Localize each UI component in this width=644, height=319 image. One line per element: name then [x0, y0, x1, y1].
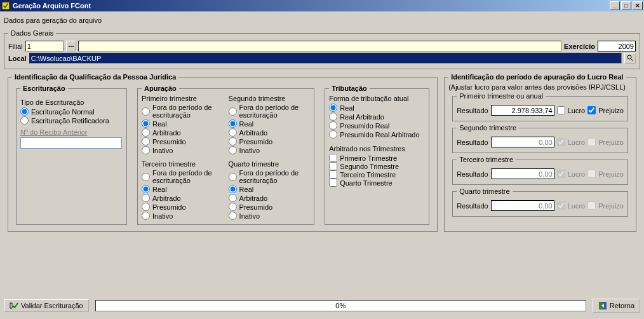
q3-lucro-check: Lucro [557, 170, 586, 178]
q4-opt-3[interactable]: Presumido [229, 203, 311, 211]
q1-opt-1[interactable]: Real [142, 119, 224, 128]
identificacao-group: Identificação da Qualificação da Pessoa … [8, 73, 438, 232]
q1-result-label: Resultado [457, 107, 488, 114]
trib-real-arb[interactable]: Real Arbitrado [329, 112, 425, 121]
escrituracao-normal-radio[interactable]: Escrituração Normal [20, 107, 123, 116]
apuracao-group: Apuração Primeiro trimestre Fora do perí… [137, 85, 314, 225]
escrituracao-retif-radio[interactable]: Escrituração Retificadora [20, 116, 123, 125]
ellipsis-icon [68, 43, 74, 49]
q2-opt-1[interactable]: Real [229, 119, 311, 128]
identificacao-legend: Identificação da Qualificação da Pessoa … [12, 73, 178, 81]
trib-real[interactable]: Real [329, 104, 425, 112]
window-titlebar: Geração Arquivo FCont _ □ ✕ [0, 0, 644, 11]
q3-opt-2[interactable]: Arbitrado [142, 194, 224, 202]
filial-desc-input[interactable] [78, 41, 561, 51]
q2-lucro-check: Lucro [557, 138, 586, 146]
svg-point-1 [69, 46, 70, 47]
q4-result-label: Resultado [457, 202, 488, 210]
q4-opt-4[interactable]: Inativo [229, 212, 311, 220]
dados-gerais-legend: Dados Gerais [8, 29, 56, 37]
q4-label: Quarto trimestre [229, 160, 311, 168]
window-title: Geração Arquivo FCont [13, 2, 610, 10]
return-icon [598, 301, 607, 310]
q4-opt-0[interactable]: Fora do período de escrituração [229, 169, 311, 184]
q1-label: Primeiro trimestre [142, 95, 224, 102]
forma-tributacao-label: Forma de tributação atual [329, 95, 425, 102]
q2-opt-0[interactable]: Fora do período de escrituração [229, 104, 311, 119]
page-subtitle: Dados para geração do arquivo [0, 11, 644, 28]
arb-q4-check[interactable]: Quarto Trimestre [329, 179, 425, 187]
filial-input[interactable] [25, 41, 64, 51]
q2-prej-check: Prejuizo [587, 138, 624, 146]
periodo-q4-group: Quarto trimestre Resultado Lucro Prejuiz… [452, 187, 628, 217]
recibo-input[interactable] [20, 137, 122, 149]
q3-opt-4[interactable]: Inativo [142, 212, 224, 220]
q1-opt-3[interactable]: Presumido [142, 137, 224, 146]
q1-opt-4[interactable]: Inativo [142, 146, 224, 154]
q4-prej-check: Prejuizo [587, 201, 624, 210]
periodo-q3-legend: Terceiro trimestre [457, 156, 516, 163]
arb-q1-check[interactable]: Primeiro Trimestre [329, 154, 425, 162]
q4-lucro-check: Lucro [557, 201, 586, 210]
trib-pres-real-arb[interactable]: Presumido Real Arbitrado [329, 130, 425, 139]
q1-prej-check[interactable]: Prejuizo [587, 106, 624, 114]
q3-opt-3[interactable]: Presumido [142, 203, 224, 211]
periodo-q2-legend: Segundo trimestre [457, 124, 519, 132]
periodo-group: Identificação do período de apuração do … [444, 73, 636, 232]
recibo-label: Nº do Recibo Anterior [20, 128, 123, 136]
exercicio-label: Exercício [564, 43, 595, 50]
arbitrado-label: Arbitrado nos Trimestres [329, 145, 425, 153]
q2-result-label: Resultado [457, 139, 488, 146]
q3-result-input[interactable] [491, 168, 554, 179]
q1-opt-0[interactable]: Fora do período de escrituração [142, 104, 224, 119]
periodo-q2-group: Segundo trimestre Resultado Lucro Prejui… [452, 124, 628, 153]
trib-pres-real[interactable]: Presumido Real [329, 121, 425, 130]
q2-opt-4[interactable]: Inativo [229, 146, 311, 154]
q3-opt-1[interactable]: Real [142, 185, 224, 193]
tributacao-group: Tributação Forma de tributação atual Rea… [325, 85, 429, 225]
validar-button[interactable]: Validar Escrituração [4, 299, 89, 312]
q4-result-input[interactable] [491, 200, 554, 211]
q3-opt-0[interactable]: Fora do período de escrituração [142, 169, 224, 184]
svg-point-4 [627, 55, 631, 59]
q3-label: Terceiro trimestre [142, 160, 224, 168]
svg-point-3 [72, 46, 74, 47]
filial-label: Filial [8, 43, 23, 50]
escrituracao-group: Escrituração Tipo de Escrituração Escrit… [16, 85, 127, 225]
q1-opt-2[interactable]: Arbitrado [142, 128, 224, 137]
app-icon [1, 1, 10, 10]
local-label: Local [8, 55, 27, 62]
q4-opt-1[interactable]: Real [229, 185, 311, 193]
arb-q3-check[interactable]: Terceiro Trimestre [329, 170, 425, 179]
q2-label: Segundo trimestre [229, 95, 311, 102]
arb-q2-check[interactable]: Segundo Trimestre [329, 162, 425, 170]
maximize-button[interactable]: □ [621, 1, 631, 10]
q1-result-input[interactable] [491, 105, 554, 116]
progress-bar: 0% [95, 300, 586, 311]
periodo-q3-group: Terceiro trimestre Resultado Lucro Preju… [452, 156, 628, 185]
local-input[interactable] [29, 53, 622, 64]
q2-opt-3[interactable]: Presumido [229, 137, 311, 146]
local-browse-button[interactable] [624, 53, 636, 64]
dados-gerais-group: Dados Gerais Filial Exercício Local [4, 29, 640, 69]
search-icon [626, 54, 634, 62]
minimize-button[interactable]: _ [610, 1, 620, 10]
periodo-q1-group: Primeiro trimestre ou anual Resultado Lu… [452, 92, 628, 121]
escrituracao-legend: Escrituração [20, 85, 68, 92]
svg-point-2 [70, 46, 72, 47]
validate-icon [10, 302, 18, 309]
q2-opt-2[interactable]: Arbitrado [229, 128, 311, 137]
close-button[interactable]: ✕ [633, 1, 643, 10]
q2-result-input[interactable] [491, 137, 554, 147]
apuracao-legend: Apuração [142, 85, 179, 92]
periodo-legend: Identificação do período de apuração do … [448, 73, 626, 81]
periodo-hint: (Ajustar lucro para valor antes das prov… [448, 83, 632, 91]
q1-lucro-check[interactable]: Lucro [557, 106, 586, 114]
q3-prej-check: Prejuizo [587, 170, 624, 178]
retorna-button[interactable]: Retorna [593, 299, 640, 313]
exercicio-input[interactable] [598, 41, 636, 51]
periodo-q4-legend: Quarto trimestre [457, 187, 512, 195]
q4-opt-2[interactable]: Arbitrado [229, 194, 311, 202]
tipo-escrituracao-label: Tipo de Escrituração [20, 98, 123, 106]
filial-lookup-button[interactable] [66, 41, 76, 51]
